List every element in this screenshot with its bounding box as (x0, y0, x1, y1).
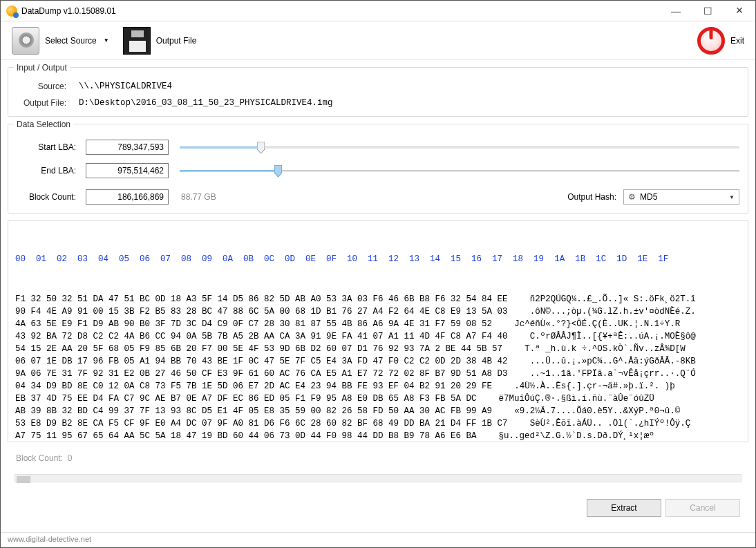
end-lba-slider[interactable] (180, 164, 739, 178)
select-source-label: Select Source (45, 36, 97, 46)
power-icon (697, 27, 725, 55)
block-count-input[interactable] (86, 189, 169, 205)
output-file-label: Output File (156, 36, 197, 46)
minimize-button[interactable]: — (660, 1, 692, 21)
gear-icon: ⚙ (628, 192, 636, 202)
chevron-down-icon: ▼ (729, 194, 735, 200)
size-hint: 88.77 GB (181, 192, 216, 202)
hex-row: 06 07 1E DB 17 96 FB 05 A1 94 BB 70 43 B… (15, 355, 741, 368)
toolbar: Select Source ▼ Output File Exit (1, 21, 755, 60)
horizontal-scrollbar[interactable] (15, 474, 741, 482)
end-lba-label: End LBA: (17, 166, 86, 176)
io-legend: Input / Output (14, 63, 70, 73)
hex-row: 43 92 BA 72 D8 C2 C2 4A B6 CC 94 0A 5B 7… (15, 330, 741, 343)
hex-header: 00 01 02 03 04 05 06 07 08 09 0A 0B 0C 0… (15, 253, 741, 265)
floppy-icon (123, 27, 151, 55)
start-lba-slider[interactable] (180, 140, 739, 154)
hex-view: 00 01 02 03 04 05 06 07 08 09 0A 0B 0C 0… (8, 220, 748, 442)
app-icon (6, 6, 17, 17)
hex-row: 53 E8 D9 B2 8E CA F5 CF 9F E0 A4 DC 07 9… (15, 417, 741, 430)
chevron-down-icon: ▼ (104, 37, 109, 44)
exit-label: Exit (730, 36, 744, 46)
output-hash-select[interactable]: ⚙ MD5 ▼ (623, 189, 739, 205)
hex-row: 54 15 2E AA 20 5F 68 05 F9 85 6B 20 F7 0… (15, 343, 741, 355)
output-file-path-value: D:\Desktop\2016_03_08_11_50_23_PHYSICALD… (79, 98, 333, 108)
hex-row: AB 39 8B 32 BD C4 99 37 7F 13 93 8C D5 E… (15, 405, 741, 417)
title-bar: DataDump v1.0.15089.01 — ☐ × (1, 1, 755, 21)
exit-button[interactable]: Exit (692, 24, 750, 57)
hex-row: 90 F4 4E A9 91 00 15 3B F2 B5 83 28 BC 4… (15, 305, 741, 318)
svg-marker-1 (274, 165, 282, 177)
slider-thumb-icon[interactable] (274, 165, 282, 177)
window-title: DataDump v1.0.15089.01 (21, 6, 116, 16)
hex-row: A7 75 11 95 67 65 64 AA 5C 5A 18 47 19 B… (15, 430, 741, 442)
data-selection-group: Data Selection Start LBA: End LBA: (8, 124, 748, 214)
cancel-button: Cancel (665, 499, 740, 517)
end-lba-input[interactable] (86, 163, 169, 178)
hex-row: 04 34 D9 BD 8E C0 12 0A C8 73 F5 7B 1E 5… (15, 380, 741, 393)
start-lba-label: Start LBA: (17, 142, 86, 152)
source-value: \\.\PHYSICALDRIVE4 (79, 82, 172, 91)
output-file-path-label: Output File: (17, 98, 79, 108)
svg-marker-0 (257, 142, 265, 153)
output-hash-value: MD5 (640, 192, 657, 202)
close-button[interactable]: × (724, 1, 755, 21)
hex-row: F1 32 50 32 51 DA 47 51 BC 0D 18 A3 5F 1… (15, 293, 741, 305)
start-lba-input[interactable] (86, 140, 169, 155)
extract-button[interactable]: Extract (587, 499, 661, 517)
hex-row: 4A 63 5E E9 F1 D9 AB 90 B0 3F 7D 3C D4 C… (15, 318, 741, 330)
output-hash-label: Output Hash: (567, 192, 616, 202)
block-count-label: Block Count: (17, 192, 86, 202)
source-label: Source: (17, 82, 79, 91)
maximize-button[interactable]: ☐ (692, 1, 724, 21)
hdd-icon (12, 27, 39, 55)
data-selection-legend: Data Selection (14, 120, 73, 129)
slider-thumb-icon[interactable] (257, 142, 265, 153)
hex-row: EB 37 4D 75 EE D4 FA C7 9C AE B7 0E A7 D… (15, 393, 741, 405)
output-file-button[interactable]: Output File (117, 24, 202, 57)
io-group: Input / Output Source: \\.\PHYSICALDRIVE… (8, 67, 748, 117)
select-source-button[interactable]: Select Source ▼ (6, 24, 115, 57)
status-block-count: Block Count: 0 (8, 449, 748, 467)
footer-url: www.digital-detective.net (1, 532, 755, 547)
hex-row: 9A 06 7E 31 7F 92 31 E2 0B 27 46 50 CF E… (15, 368, 741, 380)
